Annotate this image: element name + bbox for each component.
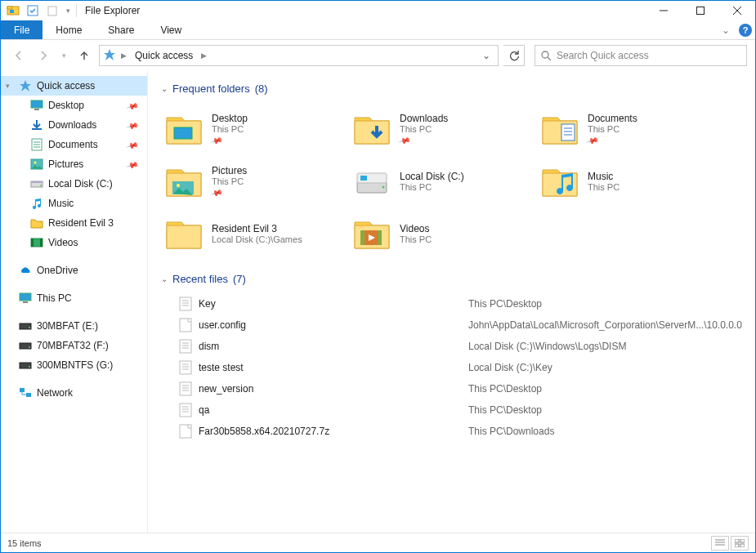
tab-home[interactable]: Home (42, 20, 95, 39)
svg-rect-53 (180, 297, 191, 310)
search-input[interactable] (557, 50, 741, 61)
folder-item[interactable]: Local Disk (C:)This PC (349, 155, 537, 207)
nav-network[interactable]: Network (1, 383, 147, 403)
nav-this-pc[interactable]: This PC (1, 288, 147, 308)
file-path: Local Disk (C:)\Key (468, 362, 552, 373)
file-row[interactable]: user.configJohn\AppData\Local\Microsoft_… (161, 314, 742, 336)
address-row: ▾ ▶ Quick access ▶ ⌄ (1, 40, 755, 71)
breadcrumb[interactable]: Quick access (132, 50, 196, 61)
recent-files-header[interactable]: ⌄ Recent files (7) (161, 273, 742, 285)
pictures-folder-icon (164, 162, 204, 201)
nav-item-resident-evil-3[interactable]: Resident Evil 3 (1, 213, 147, 233)
help-button[interactable]: ? (736, 20, 755, 39)
file-name: dism (199, 341, 468, 352)
svg-point-10 (542, 51, 548, 58)
address-bar[interactable]: ▶ Quick access ▶ ⌄ (99, 45, 499, 66)
folder-item[interactable]: DownloadsThis PC📌 (349, 103, 537, 155)
desktop-folder-icon (164, 109, 204, 149)
app-icon[interactable] (4, 2, 22, 20)
nav-item-videos[interactable]: Videos (1, 233, 147, 252)
thumbnails-view-button[interactable] (731, 536, 749, 551)
nav-label: 300MBNTFS (G:) (37, 359, 113, 371)
file-row[interactable]: teste stestLocal Disk (C:)\Key (161, 357, 742, 378)
nav-onedrive[interactable]: OneDrive (1, 261, 147, 280)
nav-item-pictures[interactable]: Pictures📌 (1, 154, 147, 174)
nav-pane: ▾ Quick access Desktop📌Downloads📌Documen… (1, 71, 148, 533)
qat-caret[interactable]: ▾ (63, 2, 73, 20)
drive-icon (19, 339, 32, 352)
folder-item[interactable]: MusicThis PC (537, 155, 725, 207)
ribbon-expand-icon[interactable]: ⌄ (716, 20, 736, 39)
drive-icon (19, 359, 32, 372)
nav-drive[interactable]: 300MBNTFS (G:) (1, 355, 147, 375)
qat-newfolder[interactable] (43, 2, 61, 20)
qat-properties[interactable] (24, 2, 42, 20)
search-box[interactable] (535, 45, 747, 66)
status-bar: 15 items (1, 533, 755, 552)
pin-icon: 📌 (126, 138, 139, 151)
folder-path: This PC (212, 176, 247, 186)
back-button[interactable] (9, 46, 29, 65)
recent-locations-button[interactable]: ▾ (58, 46, 69, 65)
tab-share[interactable]: Share (95, 20, 147, 39)
up-button[interactable] (74, 46, 94, 65)
pin-icon: 📌 (210, 186, 223, 199)
status-item-count: 15 items (7, 538, 42, 548)
chevron-right-icon[interactable]: ▶ (199, 51, 208, 60)
nav-drive[interactable]: 30MBFAT (E:) (1, 316, 147, 336)
svg-rect-39 (561, 124, 575, 140)
nav-drive[interactable]: 70MBFAT32 (F:) (1, 336, 147, 355)
svg-rect-36 (20, 388, 25, 392)
nav-item-music[interactable]: Music (1, 194, 147, 213)
maximize-button[interactable] (682, 1, 718, 20)
file-tab[interactable]: File (1, 20, 42, 39)
pin-icon: 📌 (586, 134, 599, 147)
pin-icon: 📌 (126, 99, 139, 112)
search-icon (540, 50, 552, 61)
refresh-button[interactable] (503, 45, 525, 66)
file-row[interactable]: new_versionThis PC\Desktop (161, 378, 742, 399)
file-row[interactable]: Far30b5858.x64.20210727.7zThis PC\Downlo… (161, 421, 742, 442)
folder-item[interactable]: DocumentsThis PC📌 (537, 103, 725, 155)
svg-rect-57 (180, 319, 191, 332)
file-icon (177, 381, 194, 397)
frequent-folders-header[interactable]: ⌄ Frequent folders (8) (161, 83, 742, 95)
downloads-folder-icon (352, 109, 391, 149)
nav-label: Quick access (37, 80, 95, 91)
chevron-right-icon[interactable]: ▶ (119, 51, 128, 60)
folder-path: This PC (588, 124, 637, 134)
chevron-down-icon[interactable]: ⌄ (161, 84, 168, 93)
file-row[interactable]: KeyThis PC\Desktop (161, 293, 742, 314)
nav-quick-access[interactable]: ▾ Quick access (1, 76, 147, 96)
details-view-button[interactable] (711, 536, 729, 551)
folder-item[interactable]: VideosThis PC (349, 207, 537, 260)
folder-item[interactable]: Resident Evil 3Local Disk (C:)\Games (161, 207, 349, 260)
file-row[interactable]: dismLocal Disk (C:)\Windows\Logs\DISM (161, 336, 742, 357)
minimize-button[interactable] (645, 1, 682, 20)
frequent-folders-grid: DesktopThis PC📌DownloadsThis PC📌Document… (161, 103, 742, 260)
close-button[interactable] (718, 1, 755, 20)
nav-item-downloads[interactable]: Downloads📌 (1, 115, 147, 135)
pin-icon: 📌 (210, 134, 223, 147)
forward-button[interactable] (34, 46, 53, 65)
svg-rect-47 (360, 176, 367, 181)
address-dropdown-icon[interactable]: ⌄ (478, 50, 494, 61)
desktop-icon (30, 99, 43, 112)
svg-rect-23 (31, 181, 42, 183)
downloads-icon (30, 118, 43, 132)
svg-line-11 (548, 57, 551, 60)
folder-item[interactable]: PicturesThis PC📌 (161, 155, 349, 207)
tab-view[interactable]: View (147, 20, 195, 39)
svg-rect-37 (26, 393, 31, 397)
svg-rect-14 (34, 109, 39, 110)
chevron-down-icon[interactable]: ⌄ (161, 274, 168, 283)
file-row[interactable]: qaThis PC\Desktop (161, 399, 742, 421)
disk-icon (30, 177, 43, 190)
chevron-down-icon[interactable]: ▾ (6, 82, 10, 90)
file-name: user.config (199, 319, 468, 331)
folder-item[interactable]: DesktopThis PC📌 (161, 103, 349, 155)
drive-icon (19, 319, 32, 332)
nav-item-documents[interactable]: Documents📌 (1, 135, 147, 154)
nav-item-local-disk-c-[interactable]: Local Disk (C:) (1, 174, 147, 194)
nav-item-desktop[interactable]: Desktop📌 (1, 96, 147, 115)
